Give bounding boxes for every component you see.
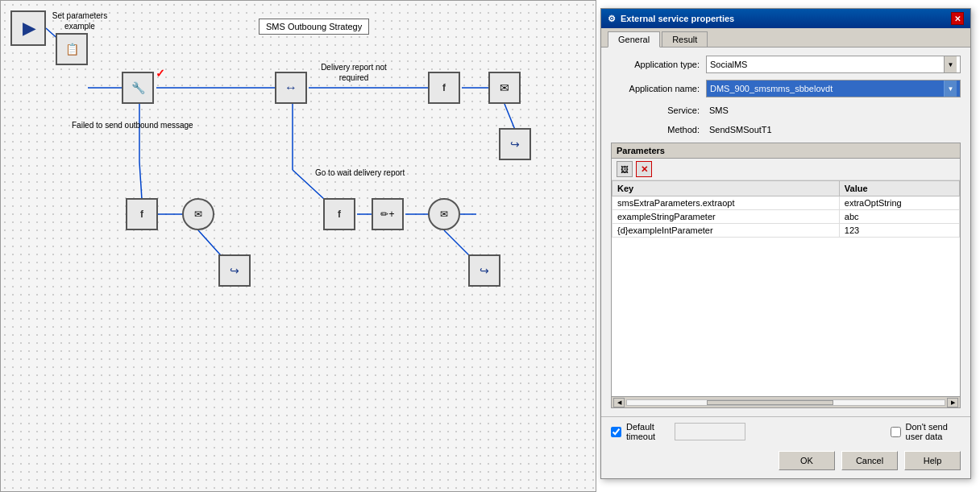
service-row: Service: SMS xyxy=(611,104,961,117)
params-row-0[interactable]: smsExtraParameters.extraopt extraOptStri… xyxy=(612,196,960,210)
edit-node-3[interactable]: ✏+ xyxy=(372,198,404,230)
params-key-2: {d}exampleIntParameter xyxy=(612,224,840,238)
cancel-button[interactable]: Cancel xyxy=(841,451,898,470)
func-node-1[interactable]: f xyxy=(428,72,460,104)
method-label: Method: xyxy=(611,125,700,134)
func-icon-1: f xyxy=(442,82,446,93)
exit-node-2[interactable]: ↪ xyxy=(218,254,251,287)
goto-wait-label: Go to wait delivery report xyxy=(315,168,405,177)
app-name-label: Application name: xyxy=(611,84,700,93)
scroll-left-button[interactable]: ◀ xyxy=(613,398,625,407)
exit-node-3[interactable]: ↪ xyxy=(468,254,500,287)
params-row-1[interactable]: exampleStringParameter abc xyxy=(612,210,960,224)
workflow-canvas: SMS Outboung Strategy ▶ Set parameters e… xyxy=(0,0,596,492)
app-type-select[interactable]: SocialMS ▼ xyxy=(706,56,961,73)
service-value: SMS xyxy=(706,104,961,117)
default-timeout-label: Default timeout xyxy=(626,422,675,441)
tab-result[interactable]: Result xyxy=(662,31,708,47)
params-add-button[interactable]: 🖼 xyxy=(617,161,633,177)
exit-icon-1: ↪ xyxy=(510,138,520,151)
dialog-bottom: Default timeout Don't send user data OK … xyxy=(601,416,970,478)
edit-icon-3: ✏+ xyxy=(380,209,394,220)
params-col-key: Key xyxy=(612,181,840,196)
send-icon-2: ✉ xyxy=(194,209,202,220)
params-row-2[interactable]: {d}exampleIntParameter 123 xyxy=(612,224,960,238)
bottom-options-row: Default timeout Don't send user data xyxy=(611,422,961,441)
params-value-1: abc xyxy=(839,210,959,224)
svg-line-7 xyxy=(139,162,142,200)
exit-node-1[interactable]: ↪ xyxy=(499,128,531,160)
set-params-group: Set parameters example 📋 xyxy=(56,33,88,65)
params-table-container: Key Value smsExtraParameters.extraopt ex… xyxy=(612,180,960,396)
params-key-0: smsExtraParameters.extraopt xyxy=(612,196,840,210)
service-label: Service: xyxy=(611,105,700,115)
send-node-3[interactable]: ✉ xyxy=(428,198,460,230)
tab-general[interactable]: General xyxy=(608,31,660,48)
dialog-buttons-row: OK Cancel Help xyxy=(611,446,961,473)
exit-icon-3: ↪ xyxy=(480,264,489,277)
dont-send-checkbox-row: Don't send user data xyxy=(891,422,961,441)
params-value-2: 123 xyxy=(839,224,959,238)
failed-label: Failed to send outbound message xyxy=(72,120,193,130)
method-value: SendSMSoutT1 xyxy=(706,123,961,136)
params-key-1: exampleStringParameter xyxy=(612,210,840,224)
parameters-toolbar: 🖼 ✕ xyxy=(612,159,960,180)
send-node-2[interactable]: ✉ xyxy=(182,198,214,230)
send-icon-1: ✉ xyxy=(500,81,509,94)
red-check-mark: ✓ xyxy=(156,67,165,80)
ext-service-node[interactable]: 🔧 xyxy=(122,72,154,104)
app-type-label: Application type: xyxy=(611,60,700,69)
dialog-close-button[interactable]: ✕ xyxy=(951,12,964,25)
default-timeout-checkbox[interactable] xyxy=(611,427,621,437)
dialog-title: ⚙ External service properties xyxy=(608,14,734,24)
method-row: Method: SendSMSoutT1 xyxy=(611,123,961,136)
route-icon: ↔ xyxy=(284,81,297,95)
dont-send-row: Don't send user data xyxy=(675,422,961,441)
parameters-section: Parameters 🖼 ✕ Key Value smsExtr xyxy=(611,143,961,408)
set-params-label: Set parameters example xyxy=(48,10,112,31)
app-name-row: Application name: DMS_900_smsmms_sbbelov… xyxy=(611,80,961,97)
params-value-0: extraOptString xyxy=(839,196,959,210)
app-type-dropdown-arrow[interactable]: ▼ xyxy=(944,56,957,72)
script-icon: 📋 xyxy=(65,43,79,56)
service-icon: 🔧 xyxy=(131,81,145,94)
dont-send-label: Don't send user data xyxy=(906,422,961,441)
dialog-titlebar: ⚙ External service properties ✕ xyxy=(601,9,970,28)
timeout-input[interactable] xyxy=(675,423,745,440)
default-timeout-row: Default timeout xyxy=(611,422,675,441)
parameters-header: Parameters xyxy=(612,143,960,159)
send-node-1[interactable]: ✉ xyxy=(488,72,521,104)
scroll-right-button[interactable]: ▶ xyxy=(947,398,958,407)
exit-icon-2: ↪ xyxy=(230,264,239,277)
func-node-3[interactable]: f xyxy=(323,198,355,230)
set-params-node[interactable]: 📋 xyxy=(56,33,88,65)
dont-send-checkbox[interactable] xyxy=(891,427,901,437)
horizontal-scrollbar[interactable]: ◀ ▶ xyxy=(612,396,960,407)
external-service-dialog: ⚙ External service properties ✕ General … xyxy=(600,8,971,479)
delivery-not-required-label: Delivery report not required xyxy=(314,62,394,83)
func-icon-3: f xyxy=(338,209,341,220)
scroll-thumb[interactable] xyxy=(707,400,834,405)
app-name-select[interactable]: DMS_900_smsmms_sbbelovdt ▼ xyxy=(706,80,961,97)
scroll-track xyxy=(626,399,945,406)
tabs-row: General Result xyxy=(601,28,970,48)
dialog-title-icon: ⚙ xyxy=(608,14,616,24)
params-col-value: Value xyxy=(839,181,959,196)
delivery-route-node[interactable]: ↔ xyxy=(275,72,307,104)
app-type-row: Application type: SocialMS ▼ xyxy=(611,56,961,73)
func-node-2[interactable]: f xyxy=(126,198,158,230)
dialog-body: Application type: SocialMS ▼ Application… xyxy=(601,48,970,416)
params-table: Key Value smsExtraParameters.extraopt ex… xyxy=(612,180,960,238)
app-name-dropdown-arrow[interactable]: ▼ xyxy=(944,81,957,97)
start-node[interactable]: ▶ xyxy=(10,10,46,46)
svg-line-5 xyxy=(505,104,515,130)
start-icon: ▶ xyxy=(23,19,35,38)
send-icon-3: ✉ xyxy=(440,209,448,220)
params-delete-button[interactable]: ✕ xyxy=(636,161,652,177)
help-button[interactable]: Help xyxy=(904,451,961,470)
func-icon-2: f xyxy=(140,209,143,220)
strategy-label: SMS Outboung Strategy xyxy=(259,19,369,35)
ok-button[interactable]: OK xyxy=(779,451,835,470)
